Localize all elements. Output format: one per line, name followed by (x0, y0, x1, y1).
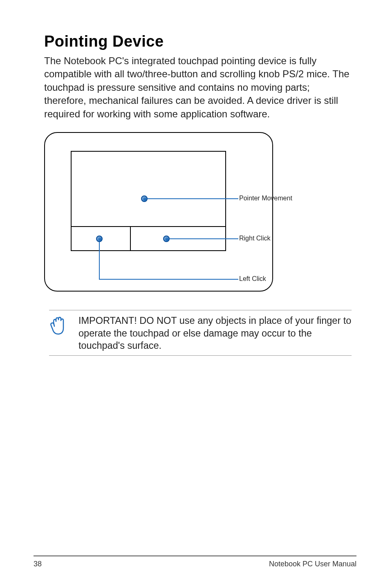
hand-stop-icon (49, 315, 66, 335)
section-heading: Pointing Device (44, 33, 352, 50)
page-footer: 38 Notebook PC User Manual (34, 555, 356, 568)
important-note: IMPORTANT! DO NOT use any objects in pla… (49, 310, 352, 356)
pointer-movement-dot (141, 195, 148, 202)
touchpad-button-divider (130, 226, 131, 251)
callout-line (170, 238, 238, 239)
page-number: 38 (34, 560, 42, 568)
left-click-dot (96, 236, 103, 242)
pointer-movement-label: Pointer Movement (239, 195, 292, 202)
footer-rule (34, 555, 356, 557)
touchpad-horizontal-divider (71, 226, 226, 227)
touchpad-outline (71, 151, 226, 251)
callout-line (99, 242, 100, 280)
callout-line (99, 279, 238, 280)
left-click-label: Left Click (239, 275, 266, 283)
callout-line (148, 198, 238, 199)
body-paragraph: The Notebook PC's integrated touchpad po… (44, 54, 352, 121)
note-text: IMPORTANT! DO NOT use any objects in pla… (78, 314, 352, 352)
right-click-label: Right Click (239, 235, 270, 242)
touchpad-diagram: Pointer Movement Right Click Left Click (44, 132, 310, 296)
right-click-dot (163, 236, 170, 242)
manual-title: Notebook PC User Manual (269, 560, 356, 568)
